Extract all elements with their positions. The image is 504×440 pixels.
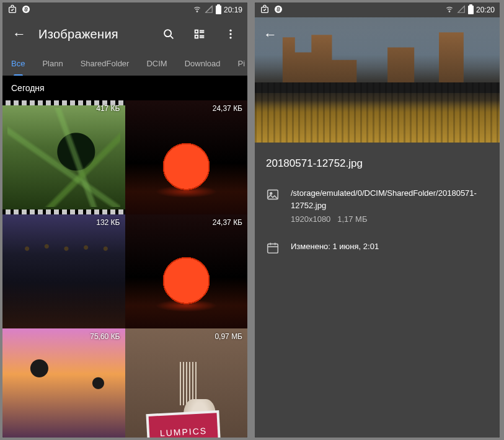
status-time: 20:19 [224,6,242,14]
wifi-icon [192,5,202,15]
film-strip-icon [2,209,125,214]
detail-resolution: 1920x1080 [291,214,330,224]
status-time: 20:20 [476,6,495,14]
thumbnail-item[interactable]: 75,60 КБ [2,328,125,438]
section-header: Сегодня [2,76,247,100]
file-size-badge: 132 КБ [96,218,120,227]
thumbnail-grid: 417 КБ 24,37 КБ 132 КБ 24,37 КБ 75,60 КБ… [2,100,247,438]
svg-point-13 [270,193,272,195]
shazam-icon [21,4,31,16]
status-bar: 20:19 [2,2,247,17]
detail-filesize: 1,17 МБ [337,214,367,224]
view-list-button[interactable] [188,22,211,46]
svg-point-1 [22,6,30,13]
back-button[interactable] [259,23,282,46]
wifi-icon [444,5,454,15]
detail-path: /storage/emulated/0/DCIM/SharedFolder/20… [291,187,489,212]
back-button[interactable] [7,22,31,46]
search-button[interactable] [157,22,180,46]
shop-icon [260,4,270,16]
shazam-icon [273,4,283,16]
phone-right: 20:20 20180571-12752.jpg /storage/emulat… [255,2,500,438]
thumbnail-item[interactable]: 417 КБ [2,100,125,214]
svg-point-10 [275,6,282,13]
app-bar: Изображения [2,17,247,51]
status-bar: 20:20 [255,2,500,17]
tab-plann[interactable]: Plann [33,51,71,76]
svg-point-7 [229,33,231,35]
detail-body: 20180571-12752.jpg /storage/emulated/0/D… [255,143,500,438]
svg-point-8 [229,37,231,38]
phone-left: 20:19 Изображения Все Plann SharedFolder… [2,2,247,438]
file-size-badge: 24,37 КБ [213,104,242,113]
thumbnail-item[interactable]: 24,37 КБ [125,100,248,214]
calendar-icon [266,241,280,257]
battery-icon [468,6,474,14]
filter-tabs: Все Plann SharedFolder DCIM Download Pi [2,51,247,76]
svg-rect-5 [195,35,198,38]
file-size-badge: 0,97 МБ [214,332,242,341]
tab-sharedfolder[interactable]: SharedFolder [72,51,138,76]
overflow-menu-button[interactable] [219,22,242,46]
detail-row-modified: Изменено: 1 июня, 2:01 [266,240,489,257]
shop-icon [7,4,17,16]
cellular-icon [457,5,466,15]
detail-row-path: /storage/emulated/0/DCIM/SharedFolder/20… [266,187,489,226]
svg-point-2 [197,11,198,12]
svg-rect-14 [268,244,278,253]
svg-point-6 [229,30,231,32]
file-size-badge: 24,37 КБ [213,218,242,227]
svg-rect-4 [195,30,198,33]
page-title: Изображения [38,27,149,42]
tab-all[interactable]: Все [2,51,33,76]
brand-badge: LUMPICS [149,413,219,438]
thumbnail-item[interactable]: 0,97 МБ LUMPICS [125,328,248,438]
tab-dcim[interactable]: DCIM [138,51,175,76]
tab-download[interactable]: Download [176,51,229,76]
file-size-badge: 75,60 КБ [90,332,120,341]
battery-icon [216,6,221,14]
svg-point-11 [449,11,450,12]
thumbnail-item[interactable]: 132 КБ [2,214,125,328]
cellular-icon [205,5,213,15]
detail-app-bar [255,17,500,52]
detail-filename: 20180571-12752.jpg [266,157,489,170]
detail-modified: Изменено: 1 июня, 2:01 [291,240,379,253]
tab-more[interactable]: Pi [229,51,247,76]
image-icon [266,188,280,204]
file-size-badge: 417 КБ [96,104,120,113]
svg-point-3 [164,30,171,37]
thumbnail-item[interactable]: 24,37 КБ [125,214,248,328]
